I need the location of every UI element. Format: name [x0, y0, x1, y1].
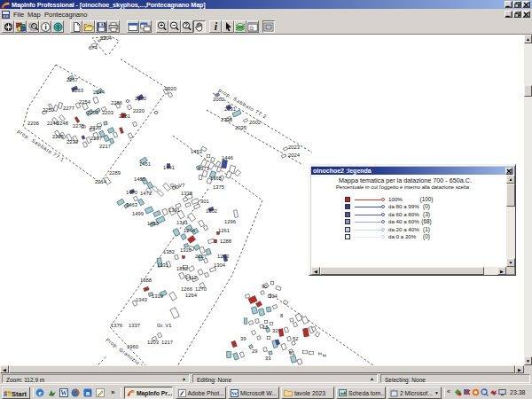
- svg-text:2244: 2244: [93, 90, 106, 95]
- svg-text:301: 301: [200, 199, 209, 204]
- svg-text:i: i: [214, 21, 217, 32]
- svg-text:1499: 1499: [132, 211, 144, 216]
- svg-text:2335: 2335: [221, 117, 232, 122]
- svg-text:29: 29: [252, 348, 257, 354]
- svg-text:1375: 1375: [213, 184, 224, 190]
- svg-text:1485: 1485: [134, 176, 145, 182]
- svg-text:39: 39: [240, 336, 246, 341]
- svg-text:2248: 2248: [57, 121, 68, 126]
- svg-text:1343: 1343: [136, 297, 147, 302]
- svg-text:2127: 2127: [195, 254, 207, 259]
- svg-text:32: 32: [272, 328, 278, 333]
- svg-text:1261: 1261: [218, 228, 230, 233]
- svg-text:2203: 2203: [102, 110, 113, 115]
- svg-text:61: 61: [289, 350, 294, 356]
- svg-text:1288: 1288: [220, 239, 231, 244]
- svg-text:1302: 1302: [206, 208, 217, 214]
- svg-text:2002: 2002: [213, 97, 224, 102]
- svg-text:1263: 1263: [217, 254, 229, 259]
- svg-text:2267: 2267: [66, 77, 78, 82]
- svg-text:2286: 2286: [111, 100, 122, 106]
- svg-text:52: 52: [293, 336, 298, 341]
- svg-text:1472: 1472: [140, 191, 152, 196]
- svg-text:2289: 2289: [109, 170, 121, 176]
- svg-text:2253: 2253: [87, 110, 98, 115]
- svg-text:1451: 1451: [139, 161, 151, 167]
- svg-text:8: 8: [280, 313, 283, 318]
- svg-text:2460: 2460: [135, 96, 146, 101]
- svg-text:1892: 1892: [176, 266, 188, 271]
- svg-text:90: 90: [262, 284, 267, 289]
- svg-text:+: +: [160, 22, 163, 28]
- svg-text:1304: 1304: [214, 262, 226, 268]
- svg-text:?: ?: [184, 22, 188, 28]
- svg-text:1373: 1373: [198, 166, 209, 171]
- svg-text:2295: 2295: [52, 134, 64, 139]
- svg-text:2217: 2217: [99, 144, 111, 149]
- svg-text:1450: 1450: [147, 221, 159, 226]
- svg-text:1463: 1463: [126, 202, 137, 207]
- svg-text:2024: 2024: [288, 153, 301, 158]
- svg-text:2277: 2277: [63, 106, 74, 111]
- svg-text:1270: 1270: [195, 286, 207, 292]
- svg-text:2214: 2214: [95, 179, 107, 184]
- svg-text:2220: 2220: [133, 108, 145, 113]
- svg-text:2023: 2023: [288, 145, 300, 150]
- svg-text:1217: 1217: [161, 340, 173, 345]
- svg-text:1296: 1296: [224, 219, 236, 224]
- svg-text:1319: 1319: [152, 293, 163, 299]
- svg-text:2206: 2206: [27, 121, 39, 126]
- svg-text:1388: 1388: [140, 278, 152, 283]
- svg-text:104: 104: [269, 293, 278, 299]
- svg-text:1246: 1246: [184, 228, 195, 233]
- svg-text:2250: 2250: [43, 107, 54, 113]
- svg-text:−: −: [172, 22, 176, 28]
- svg-text:2220: 2220: [90, 125, 101, 130]
- svg-text:1338: 1338: [181, 191, 192, 196]
- svg-text:1203: 1203: [147, 340, 159, 345]
- svg-text:W: W: [231, 390, 238, 397]
- svg-text:2263: 2263: [72, 88, 83, 93]
- svg-text:1960: 1960: [127, 344, 138, 349]
- svg-text:2254: 2254: [79, 99, 91, 105]
- svg-text:2233: 2233: [66, 139, 78, 145]
- svg-text:2035: 2035: [235, 125, 246, 130]
- svg-text:33: 33: [265, 356, 270, 361]
- svg-text:1337: 1337: [129, 323, 140, 328]
- svg-text:1470: 1470: [126, 190, 137, 195]
- svg-text:1376: 1376: [111, 323, 122, 328]
- svg-text:2320: 2320: [165, 86, 176, 91]
- svg-text:a: a: [86, 389, 90, 397]
- svg-text:1266: 1266: [181, 286, 192, 292]
- svg-text:2002: 2002: [249, 120, 261, 125]
- svg-text:1441: 1441: [163, 165, 175, 170]
- svg-text:W: W: [60, 389, 67, 397]
- svg-text:1382: 1382: [163, 249, 175, 254]
- svg-text:1446: 1446: [222, 155, 233, 160]
- svg-text:18: 18: [262, 325, 268, 330]
- svg-text:1264: 1264: [185, 293, 198, 298]
- svg-text:1391: 1391: [168, 207, 180, 213]
- svg-text:1331: 1331: [157, 262, 168, 268]
- svg-text:1453: 1453: [191, 149, 202, 154]
- svg-text:1341: 1341: [176, 220, 188, 225]
- svg-text:1412: 1412: [185, 275, 197, 280]
- svg-text:2275: 2275: [73, 123, 84, 129]
- svg-text:Gr. V1: Gr. V1: [157, 323, 171, 328]
- svg-text:2304: 2304: [100, 35, 113, 41]
- svg-text:1310: 1310: [180, 247, 192, 253]
- svg-text:2237: 2237: [90, 136, 102, 141]
- svg-text:674: 674: [89, 45, 98, 51]
- svg-text:e: e: [38, 389, 42, 397]
- svg-text:1365: 1365: [210, 176, 222, 181]
- svg-text:2331: 2331: [224, 106, 236, 112]
- svg-text:2281: 2281: [119, 113, 130, 119]
